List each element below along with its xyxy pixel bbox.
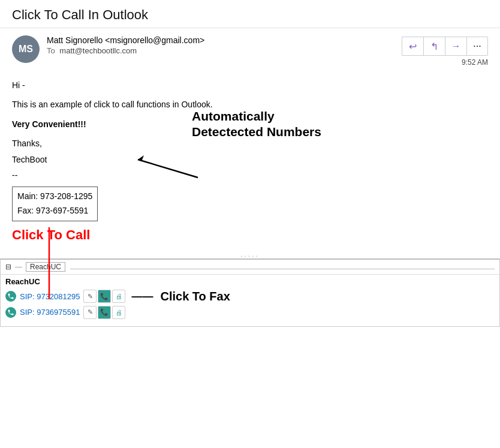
- avatar: MS: [12, 35, 40, 63]
- sip-icon-2: [5, 307, 16, 318]
- collapse-icon[interactable]: ⊟: [5, 263, 11, 271]
- edit-icon-2: ✎: [88, 308, 93, 316]
- reply-icon: ↩: [409, 41, 417, 52]
- to-address: matt@techbootllc.com: [59, 46, 137, 55]
- main-number: Main: 973-208-1295: [17, 190, 92, 204]
- divider-dots: .....: [0, 250, 500, 258]
- timestamp: 9:52 AM: [462, 58, 488, 67]
- sender-to: To matt@techbootllc.com: [47, 46, 204, 55]
- reply-all-icon: ↰: [430, 41, 438, 52]
- reachuc-body: ReachUC SIP: 9732081295 ✎ 📞 🖨 ——: [1, 275, 499, 326]
- email-meta-right: ↩ ↰ → ··· 9:52 AM: [402, 35, 488, 67]
- email-pane: MS Matt Signorello <msignorello@gmail.co…: [0, 28, 500, 221]
- reachuc-brand: ReachUC: [5, 277, 495, 286]
- reachuc-header: ⊟ — ReachUC: [1, 260, 499, 275]
- forward-button[interactable]: →: [445, 37, 466, 56]
- reachuc-label-box: ReachUC: [26, 262, 65, 272]
- sip1-fax-btn[interactable]: 🖨: [112, 290, 125, 303]
- phone-icon-1: 📞: [100, 293, 109, 300]
- reachuc-panel: ⊟ — ReachUC ReachUC SIP: 9732081295 ✎ 📞 …: [0, 258, 500, 327]
- reachuc-dash: —: [15, 263, 22, 271]
- number-box: Main: 973-208-1295 Fax: 973-697-5591: [12, 187, 98, 221]
- sip1-call-btn[interactable]: 📞: [98, 290, 111, 303]
- to-label: To: [47, 46, 55, 55]
- action-buttons: ↩ ↰ → ···: [402, 37, 488, 56]
- sip-row-2: SIP: 9736975591 ✎ 📞 🖨: [5, 306, 495, 319]
- sip-actions-1: ✎ 📞 🖨: [83, 290, 125, 303]
- sip-row-1: SIP: 9732081295 ✎ 📞 🖨 —— Click To Fax: [5, 290, 495, 303]
- sender-left: MS Matt Signorello <msignorello@gmail.co…: [12, 35, 204, 63]
- edit-icon-1: ✎: [88, 293, 93, 300]
- sip-link-2[interactable]: SIP: 9736975591: [20, 308, 80, 317]
- reply-all-button[interactable]: ↰: [423, 37, 445, 56]
- fax-icon-1: 🖨: [116, 293, 122, 300]
- email-body: Hi - This is an example of click to call…: [12, 73, 488, 221]
- sender-name: Matt Signorello <msignorello@gmail.com>: [47, 35, 204, 45]
- phone-icon-2: 📞: [100, 308, 109, 316]
- app-header: Click To Call In Outlook: [0, 0, 500, 28]
- sip1-edit-btn[interactable]: ✎: [83, 290, 97, 303]
- fax-number: Fax: 973-697-5591: [17, 204, 92, 218]
- sender-row: MS Matt Signorello <msignorello@gmail.co…: [12, 35, 488, 67]
- fax-arrow-icon: ——: [131, 290, 153, 303]
- sip-actions-2: ✎ 📞 🖨: [83, 306, 125, 319]
- reply-button[interactable]: ↩: [402, 37, 423, 56]
- greeting: Hi -: [12, 79, 488, 92]
- sip2-fax-btn[interactable]: 🖨: [112, 306, 125, 319]
- more-button[interactable]: ···: [466, 37, 488, 56]
- bold-line: Very Convenient!!!: [12, 118, 488, 131]
- sip-icon-1: [5, 291, 16, 302]
- app-title: Click To Call In Outlook: [12, 7, 488, 23]
- email-body-wrapper: Hi - This is an example of click to call…: [12, 73, 488, 221]
- sip2-edit-btn[interactable]: ✎: [83, 306, 97, 319]
- click-to-call-label: Click To Call: [12, 225, 488, 245]
- company-line: TechBoot: [12, 153, 488, 166]
- sip-link-1[interactable]: SIP: 9732081295: [20, 292, 80, 301]
- click-to-fax-label: Click To Fax: [160, 290, 230, 303]
- sender-info: Matt Signorello <msignorello@gmail.com> …: [47, 35, 204, 55]
- thanks-line: Thanks,: [12, 137, 488, 150]
- separator-line: --: [12, 169, 488, 182]
- click-to-call-section: Click To Call: [0, 221, 500, 245]
- fax-annotation-row: —— Click To Fax: [129, 290, 230, 303]
- sip2-call-btn[interactable]: 📞: [98, 306, 111, 319]
- example-text: This is an example of click to call func…: [12, 98, 488, 111]
- more-icon: ···: [473, 41, 481, 52]
- fax-icon-2: 🖨: [116, 309, 122, 316]
- forward-icon: →: [451, 41, 461, 52]
